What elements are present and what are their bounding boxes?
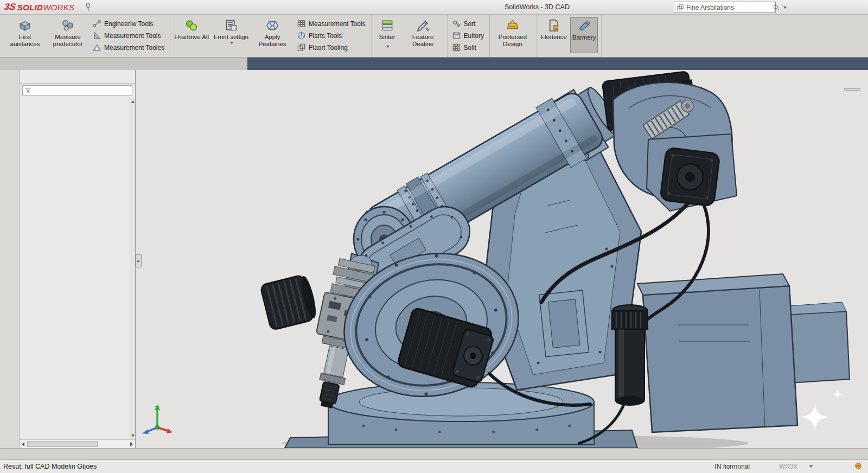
chain-icon — [92, 19, 101, 28]
status-coord-label: WX0X — [779, 463, 797, 470]
button-label: Pootersed Design — [494, 34, 532, 48]
flarts-tools-button[interactable]: Flarts Tools — [295, 30, 368, 41]
search-icon[interactable] — [773, 4, 780, 11]
logo-mark: 3S — [4, 2, 17, 12]
status-caret-icon[interactable] — [809, 465, 813, 468]
green-balls-icon — [184, 18, 199, 34]
status-globe-icon[interactable] — [854, 462, 864, 471]
caret-down-icon — [386, 46, 390, 48]
flaort-tooling-button[interactable]: Flaort Tooling — [295, 42, 368, 53]
sinter-button[interactable]: Sinter — [374, 17, 401, 53]
tree-filter[interactable] — [22, 85, 132, 95]
flortence-button[interactable]: Flortence — [539, 17, 569, 53]
ribbon-group-6: Flortence Barmery — [537, 15, 602, 57]
pencil-icon — [416, 18, 430, 34]
panel-tabs — [20, 70, 135, 84]
button-label: Apply Peataines — [253, 34, 291, 48]
search-box[interactable] — [674, 2, 776, 13]
feature-dealine-button[interactable]: Feature Dealine — [403, 17, 444, 53]
button-label: Measurement Tools — [104, 32, 161, 40]
graphics-viewport[interactable]: ▸ — [136, 70, 868, 448]
task-pane-tabs — [844, 88, 860, 91]
status-mode-label: IN fiormnnal — [714, 463, 750, 470]
button-label: Barmery — [572, 34, 596, 41]
ribbon-group-5: Pootersed Design — [490, 15, 537, 57]
robot-arm-model — [136, 70, 868, 448]
left-tool-rail — [0, 70, 20, 448]
button-label: Sort — [464, 20, 476, 28]
pages-icon — [297, 43, 306, 52]
filter-input[interactable] — [33, 87, 130, 94]
ribbon-group-1: First auistances Meoisure predecutor Eng… — [2, 15, 170, 57]
solit-button[interactable]: Solit — [450, 42, 486, 53]
grid-icon — [452, 43, 461, 52]
search-scope-icon — [676, 4, 684, 11]
tree-horizontal-scrollbar[interactable] — [20, 439, 135, 448]
solidworks-logo: 3S SOLID WORKS — [0, 2, 81, 12]
sort-button[interactable]: Sort — [450, 18, 486, 29]
pin-icon[interactable] — [81, 1, 95, 14]
first-auistances-button[interactable]: First auistances — [4, 17, 46, 53]
table-icon — [297, 19, 306, 28]
button-label: Meoisure predecutor — [49, 34, 87, 48]
scroll-right-icon[interactable] — [130, 442, 133, 446]
measurement-tooles-button[interactable]: Measurement Tooles — [90, 42, 167, 53]
button-label: Sinter — [379, 34, 395, 41]
meoisure-predecutor-button[interactable]: Meoisure predecutor — [47, 17, 88, 53]
pootersed-design-button[interactable]: Pootersed Design — [492, 17, 533, 53]
orientation-triad — [140, 400, 175, 435]
configuration-bar — [0, 448, 868, 459]
search-caret-icon[interactable] — [783, 7, 787, 9]
logo-text-light: WORKS — [43, 3, 74, 12]
document-tab-strip — [0, 57, 868, 70]
frrint-settign-button[interactable]: Frrint settign — [212, 17, 250, 53]
panel-flyout-handle[interactable]: ▸ — [136, 254, 142, 267]
ribbon: First auistances Meoisure predecutor Eng… — [0, 15, 868, 57]
logo-text-bold: SOLID — [17, 3, 43, 12]
doc-flag-icon — [547, 18, 561, 34]
feature-tree — [20, 98, 130, 439]
tabstrip-dark-area — [247, 57, 868, 70]
button-label: First auistances — [6, 34, 44, 48]
title-bar: 3S SOLID WORKS SolidWorks - 3D CAD — [0, 0, 868, 15]
ribbon-group-3: Sinter Feature Dealine — [372, 15, 448, 57]
layers-icon — [380, 18, 394, 34]
measurement-tools-button[interactable]: Measurement Tools — [90, 30, 167, 41]
caret-down-icon — [230, 42, 233, 44]
button-label: Frrint settign — [214, 34, 248, 41]
button-label: Measurement Tools — [309, 20, 366, 28]
print-doc-icon — [224, 18, 238, 34]
apply-peataines-button[interactable]: Apply Peataines — [252, 17, 293, 53]
brush-icon — [577, 19, 591, 34]
button-label: Fharbnve All — [174, 34, 209, 41]
ribbon-group-4: Sort Euitory Solit — [448, 15, 490, 57]
button-label: Flortence — [541, 34, 567, 41]
filter-funnel-icon — [24, 87, 31, 94]
triangle-icon — [92, 43, 101, 52]
button-label: Measurement Tooles — [104, 44, 164, 52]
scroll-down-icon[interactable] — [131, 434, 135, 437]
protractor-icon — [92, 31, 101, 40]
tree-vertical-scrollbar[interactable] — [130, 98, 135, 439]
app-title: SolidWorks - 3D CAD — [434, 3, 640, 11]
search-input[interactable] — [686, 4, 770, 11]
button-label: Solit — [464, 44, 476, 52]
button-label: Engineeriw Tools — [104, 20, 154, 28]
euitory-button[interactable]: Euitory — [450, 30, 486, 41]
measurement-tools-2-button[interactable]: Measurement Tools — [295, 18, 368, 29]
gears-icon — [452, 19, 461, 28]
status-bar: Resut: full CAD Modelin Gtioes IN fiormn… — [0, 459, 868, 473]
scrollbar-thumb[interactable] — [27, 441, 98, 447]
cube-icon — [297, 31, 306, 40]
status-message: Resut: full CAD Modelin Gtioes — [3, 463, 97, 470]
button-label: Feature Dealine — [404, 34, 442, 48]
scroll-left-icon[interactable] — [22, 442, 24, 446]
spheres-icon — [61, 18, 75, 34]
scroll-up-icon[interactable] — [131, 100, 135, 103]
fharbnve-all-button[interactable]: Fharbnve All — [173, 17, 210, 53]
engineeriw-tools-button[interactable]: Engineeriw Tools — [90, 18, 167, 29]
hex-prism-icon — [265, 18, 279, 34]
button-label: Euitory — [464, 32, 484, 40]
barmery-button[interactable]: Barmery — [570, 17, 598, 53]
ribbon-group-2: Fharbnve All Frrint settign Apply Peatai… — [170, 15, 371, 57]
